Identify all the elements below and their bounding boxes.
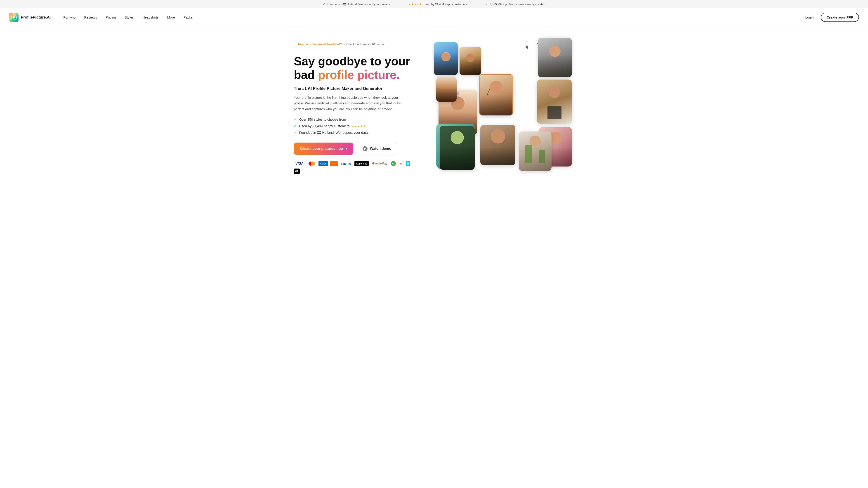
nav-pricing[interactable]: Pricing	[102, 13, 120, 21]
nav-headshots[interactable]: Headshots	[139, 13, 162, 21]
discover-icon: DISC	[330, 161, 338, 166]
headline-bad: bad	[294, 68, 318, 81]
banner-item-1: ✓ Founded in 🇳🇱 Holland. We respect your…	[323, 2, 391, 6]
generated-photo-tuxedo	[537, 79, 572, 124]
stars-icon: ★★★★★	[408, 2, 422, 6]
play-icon: ▶	[363, 146, 368, 151]
apple-pay-icon: Apple Pay	[354, 161, 368, 166]
logo-text: ProfilePicture.AI	[21, 15, 51, 20]
generated-photo-lifestyle	[519, 131, 552, 171]
amex-icon: AMEX	[318, 161, 328, 166]
banner-item-2: ★★★★★ Used by 21,434 happy customers	[408, 2, 467, 6]
left-section: Need a professional headshot? → Check ou…	[294, 35, 416, 174]
right-section: Training set	[430, 35, 574, 182]
subheadline: The #1 AI Profile Picture Maker and Gene…	[294, 86, 416, 91]
headline-line1: Say goodbye to your	[294, 55, 410, 68]
check-icon-f2: ✓	[294, 124, 297, 128]
description: Your profile picture is the first thing …	[294, 95, 402, 112]
training-photo-1	[434, 42, 458, 75]
feature-text-3: Founded in 🇳🇱 Holland. We respect your d…	[299, 131, 369, 135]
mastercard-icon	[307, 161, 316, 166]
nav-more[interactable]: More	[164, 13, 179, 21]
generated-photo-close-up	[480, 125, 515, 165]
svg-point-5	[14, 18, 16, 20]
cta-secondary-label: Watch demo	[370, 147, 391, 151]
cta-primary-label: Create your pictures now	[300, 147, 344, 151]
svg-point-2	[12, 15, 13, 17]
svg-point-3	[14, 15, 16, 17]
generated-photo-top-right	[538, 38, 572, 77]
extra-icon-1: 🎫	[398, 161, 403, 166]
navbar: ProfilePicture.AI For who Reviews Pricin…	[0, 8, 868, 26]
training-photo-3	[436, 77, 457, 102]
extra-icon-3: GP	[294, 168, 300, 174]
g-badge-icon: G	[391, 161, 396, 166]
headshot-arrow: →	[343, 42, 346, 46]
privacy-link[interactable]: We respect your data.	[336, 131, 369, 134]
headline-accent: profile picture.	[318, 68, 400, 81]
paypal-icon: PayPal	[340, 161, 352, 166]
headshot-link-text: Need a professional headshot?	[298, 42, 342, 46]
feature-item-3: ✓ Founded in 🇳🇱 Holland. We respect your…	[294, 130, 416, 135]
nav-for-who[interactable]: For who	[60, 13, 79, 21]
nav-styles[interactable]: Styles	[121, 13, 137, 21]
cta-arrow-icon: ›	[346, 147, 347, 151]
main-content: Need a professional headshot? → Check ou…	[276, 26, 592, 196]
banner-item-3: ✓ 7,329,297+ profile pictures already cr…	[485, 2, 545, 6]
nav-links: For who Reviews Pricing Styles Headshots…	[60, 13, 802, 21]
feature-stars: ★★★★★	[351, 124, 366, 128]
headline: Say goodbye to your bad profile picture.	[294, 55, 416, 82]
collage-container: ↓	[430, 35, 574, 182]
feature-item-2: ✓ Used by 21,434 happy customers ★★★★★	[294, 124, 416, 128]
extra-icon-2: 🅟	[406, 161, 410, 166]
feature-text-1: Over 350 styles to choose from	[299, 118, 346, 121]
nav-reviews[interactable]: Reviews	[81, 13, 101, 21]
check-icon-1: ✓	[323, 2, 326, 6]
cta-row: Create your pictures now › ▶ Watch demo	[294, 142, 416, 156]
google-pay-icon: Google Pay	[371, 161, 389, 166]
feature-text-2: Used by 21,434 happy customers ★★★★★	[299, 124, 366, 128]
styles-link[interactable]: 350 styles	[307, 118, 324, 121]
generated-photo-anime	[440, 126, 475, 170]
nav-packs[interactable]: Packs	[180, 13, 196, 21]
watch-demo-button[interactable]: ▶ Watch demo	[357, 142, 397, 156]
create-pictures-button[interactable]: Create your pictures now ›	[294, 142, 353, 155]
headshot-banner-text: Check out HeadshotPro.com	[346, 42, 384, 46]
svg-point-4	[12, 18, 13, 20]
training-photos	[434, 42, 481, 102]
check-icon-f3: ✓	[294, 130, 297, 135]
logo[interactable]: ProfilePicture.AI	[9, 13, 51, 22]
training-photo-2	[460, 47, 481, 75]
check-icon-f1: ✓	[294, 117, 297, 122]
feature-list: ✓ Over 350 styles to choose from ✓ Used …	[294, 117, 416, 135]
nav-actions: Login Create your PFP	[802, 13, 859, 22]
top-banner: ✓ Founded in 🇳🇱 Holland. We respect your…	[0, 0, 868, 8]
create-pfp-button[interactable]: Create your PFP	[821, 13, 859, 22]
visa-icon: VISA	[294, 161, 305, 166]
login-button[interactable]: Login	[802, 13, 817, 21]
payment-icons: VISA AMEX DISC PayPal Apple Pay Google P…	[294, 161, 416, 174]
headshot-banner[interactable]: Need a professional headshot? → Check ou…	[294, 40, 388, 48]
feature-item-1: ✓ Over 350 styles to choose from	[294, 117, 416, 122]
logo-icon	[9, 13, 19, 22]
check-icon-3: ✓	[485, 2, 488, 6]
